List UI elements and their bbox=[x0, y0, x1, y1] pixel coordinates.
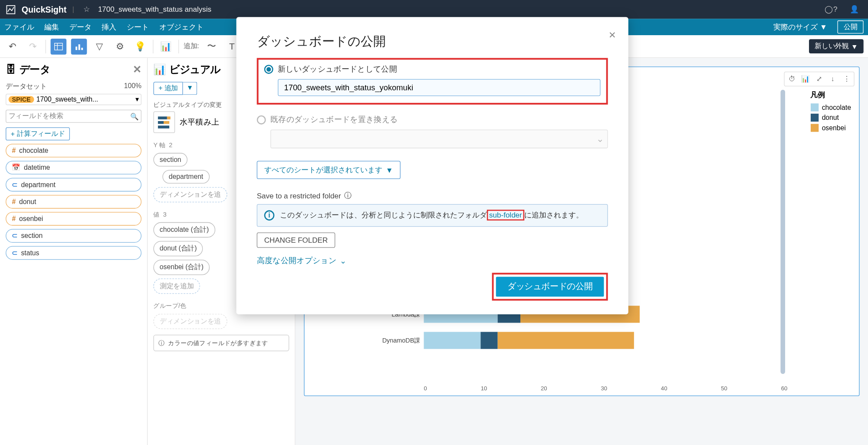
field-datetime[interactable]: 📅datetime bbox=[6, 161, 141, 174]
bar-segment bbox=[498, 332, 634, 349]
size-selector[interactable]: 実際のサイズ ▼ bbox=[773, 22, 827, 32]
menu-file[interactable]: ファイル bbox=[4, 22, 34, 32]
svg-rect-1 bbox=[55, 43, 62, 50]
close-data-panel-icon[interactable]: ✕ bbox=[133, 63, 141, 76]
field-chocolate[interactable]: #chocolate bbox=[6, 144, 141, 157]
filter-icon[interactable]: ▽ bbox=[92, 38, 108, 54]
bar-row[interactable]: DynamoDB課 bbox=[367, 332, 736, 349]
menu-insert[interactable]: 挿入 bbox=[102, 22, 116, 32]
data-panel-title: データ bbox=[20, 63, 50, 76]
new-dashboard-name-input[interactable] bbox=[278, 79, 601, 96]
viz-menu-icon[interactable]: ⋮ bbox=[840, 73, 853, 85]
add-calc-field-button[interactable]: + 計算フィールド bbox=[6, 127, 70, 140]
legend-item-donut[interactable]: donut bbox=[810, 114, 851, 122]
divider: | bbox=[72, 5, 74, 14]
svg-rect-4 bbox=[76, 46, 77, 50]
menu-data[interactable]: データ bbox=[69, 22, 92, 32]
svg-rect-9 bbox=[158, 121, 164, 124]
modal-title: ダッシュボードの公開 bbox=[257, 33, 608, 50]
publish-button-top[interactable]: 公開 bbox=[837, 20, 863, 33]
add-visual-caret[interactable]: ▼ bbox=[183, 82, 197, 95]
advanced-options-toggle[interactable]: 高度な公開オプション ⌄ bbox=[257, 256, 608, 266]
dataset-label: データセット bbox=[6, 82, 46, 91]
horizontal-stacked-bar-icon[interactable] bbox=[153, 112, 175, 133]
field-osenbei[interactable]: #osenbei bbox=[6, 212, 141, 225]
legend-swatch bbox=[810, 114, 818, 122]
radio-publish-new[interactable]: 新しいダッシュボードとして公開 bbox=[264, 64, 601, 75]
redo-icon[interactable]: ↷ bbox=[25, 38, 41, 54]
new-look-button[interactable]: 新しい外観 ▼ bbox=[809, 39, 864, 53]
dataset-pct: 100% bbox=[124, 82, 141, 91]
undo-icon[interactable]: ↶ bbox=[4, 38, 20, 54]
field-department[interactable]: ⊂department bbox=[6, 178, 141, 191]
legend-item-osenbei[interactable]: osenbei bbox=[810, 124, 851, 132]
modal-close-icon[interactable]: ✕ bbox=[608, 30, 616, 40]
favorite-star-icon[interactable]: ☆ bbox=[83, 5, 90, 14]
viz-speed-icon[interactable]: ⏱ bbox=[786, 73, 798, 85]
add-visual-button[interactable]: + 追加 bbox=[153, 82, 183, 95]
visual-icon: 📊 bbox=[153, 63, 166, 76]
bar-label: DynamoDB課 bbox=[367, 336, 424, 345]
data-panel: 🗄データ✕ データセット100% SPICE 1700_sweets_with.… bbox=[0, 58, 148, 445]
yaxis-field-section[interactable]: section bbox=[153, 153, 187, 166]
field-search[interactable]: フィールドを検索🔍 bbox=[6, 110, 141, 123]
vertical-scrollbar[interactable] bbox=[781, 90, 785, 374]
chart-xaxis: 0102030405060 bbox=[424, 386, 788, 392]
viz-download-icon[interactable]: ↓ bbox=[827, 73, 839, 85]
search-icon: 🔍 bbox=[130, 112, 139, 120]
menu-object[interactable]: オブジェクト bbox=[159, 22, 204, 32]
viz-config-icon[interactable]: 📊 bbox=[799, 73, 812, 85]
insights-icon[interactable]: 💡 bbox=[132, 38, 148, 54]
xtick: 60 bbox=[781, 386, 788, 392]
add-line-icon[interactable]: 〜 bbox=[204, 38, 220, 54]
replace-dashboard-select[interactable]: ⌄ bbox=[270, 129, 608, 148]
viz-expand-icon[interactable]: ⤢ bbox=[813, 73, 825, 85]
menu-sheet[interactable]: シート bbox=[127, 22, 149, 32]
value-field-donut[interactable]: donut (合計) bbox=[153, 241, 203, 256]
theme-icon[interactable]: 📊 bbox=[158, 38, 174, 54]
visual-type-name: 水平積み上 bbox=[180, 117, 220, 128]
field-section[interactable]: ⊂section bbox=[6, 229, 141, 243]
field-type-icon: ⊂ bbox=[12, 181, 17, 188]
sheets-selected-dropdown[interactable]: すべてのシートが選択されています ▼ bbox=[257, 161, 401, 179]
publish-dashboard-modal: ✕ ダッシュボードの公開 新しいダッシュボードとして公開 既存のダッシュボードを… bbox=[237, 17, 628, 314]
field-type-icon: 📅 bbox=[12, 164, 20, 171]
menu-edit[interactable]: 編集 bbox=[44, 22, 59, 32]
caret-down-icon: ▼ bbox=[386, 166, 393, 175]
field-donut[interactable]: #donut bbox=[6, 195, 141, 208]
publish-dashboard-button[interactable]: ダッシュボードの公開 bbox=[496, 277, 604, 297]
user-icon[interactable]: 👤 bbox=[846, 5, 862, 14]
legend-title: 凡例 bbox=[810, 90, 851, 100]
data-panel-icon[interactable] bbox=[51, 38, 67, 54]
parameters-icon[interactable]: ⚙ bbox=[112, 38, 128, 54]
value-field-chocolate[interactable]: chocolate (合計) bbox=[153, 222, 215, 237]
legend-swatch bbox=[810, 124, 818, 132]
sub-folder-link[interactable]: sub-folder bbox=[487, 210, 524, 221]
save-restricted-folder-label: Save to a restricted folder ⓘ bbox=[257, 191, 608, 201]
radio-selected-icon bbox=[264, 65, 273, 74]
value-field-osenbei[interactable]: osenbei (合計) bbox=[153, 260, 210, 275]
yaxis-field-department[interactable]: department bbox=[162, 170, 209, 183]
xtick: 50 bbox=[721, 386, 727, 392]
field-type-icon: ⊂ bbox=[12, 232, 17, 240]
group-add-dimension[interactable]: ディメンションを追 bbox=[153, 314, 227, 329]
analysis-title: 1700_sweets_with_status analysis bbox=[98, 5, 211, 14]
xtick: 40 bbox=[661, 386, 667, 392]
legend-item-chocolate[interactable]: chocolate bbox=[810, 103, 851, 111]
change-folder-button[interactable]: CHANGE FOLDER bbox=[257, 232, 335, 247]
info-icon[interactable]: ⓘ bbox=[344, 191, 352, 201]
help-icon[interactable]: ◯? bbox=[822, 5, 841, 14]
visual-panel-icon[interactable] bbox=[71, 38, 87, 54]
value-add-measure[interactable]: 測定を追加 bbox=[153, 278, 200, 293]
svg-rect-10 bbox=[164, 121, 169, 124]
svg-rect-6 bbox=[81, 47, 83, 49]
yaxis-add-dimension[interactable]: ディメンションを追 bbox=[153, 187, 227, 202]
quicksight-logo-icon bbox=[6, 4, 16, 15]
highlight-publish-button: ダッシュボードの公開 bbox=[492, 273, 608, 300]
brand-name: QuickSight bbox=[22, 4, 67, 14]
legend-swatch bbox=[810, 103, 818, 111]
dataset-selector[interactable]: SPICE 1700_sweets_with... ▾ bbox=[6, 94, 141, 105]
radio-replace-existing[interactable]: 既存のダッシュボードを置き換える bbox=[257, 115, 608, 125]
field-status[interactable]: ⊂status bbox=[6, 246, 141, 260]
chevron-down-icon: ⌄ bbox=[596, 134, 604, 145]
